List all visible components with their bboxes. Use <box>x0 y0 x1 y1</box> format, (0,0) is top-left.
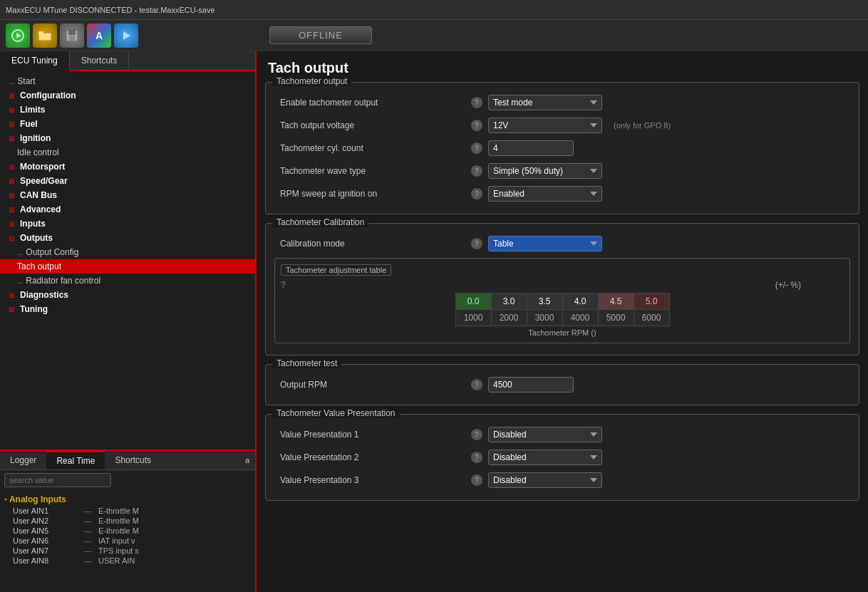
nav-diagnostics-label: Diagnostics <box>20 290 68 300</box>
nav-advanced[interactable]: ⊞ Advanced <box>0 202 255 217</box>
output-rpm-row: Output RPM ? <box>274 373 850 396</box>
tachometer-calibration-body: Calibration mode ? Table Off Manual Tach… <box>265 223 859 355</box>
main-layout: ECU Tuning Shortcuts ... Start ⊞ Configu… <box>0 51 868 592</box>
start-dots: ... <box>9 78 14 85</box>
table-subheader: ? (+/- %) <box>281 280 844 290</box>
enable-tach-row: Enable tachometer output ? Test mode Dis… <box>274 91 850 114</box>
titlebar: MaxxECU MTune DISCONNECTED - testar.Maxx… <box>0 0 868 20</box>
value-pres-1-row: Value Presentation 1 ? Disabled <box>274 423 850 446</box>
nav-output-config[interactable]: ... Output Config <box>0 245 255 259</box>
tachometer-calibration-section: Tachometer Calibration Calibration mode … <box>265 223 859 355</box>
analog-section: - Analog Inputs User AIN1 --- E-throttle… <box>0 490 255 568</box>
nav-motorsport-label: Motorsport <box>20 162 65 172</box>
nav-idle-label: Idle control <box>17 147 59 157</box>
tab-ecu-tuning[interactable]: ECU Tuning <box>0 51 70 71</box>
sidebar-nav: ... Start ⊞ Configuration ⊞ Limits ⊞ Fue… <box>0 71 255 450</box>
table-cell-2[interactable]: 3.5 <box>527 294 562 310</box>
tach-voltage-row: Tach output voltage ? 12V 5V (only for G… <box>274 114 850 137</box>
bottom-tabs: Logger Real Time Shortcuts a <box>0 451 255 470</box>
cyl-count-row: Tachometer cyl. count ? <box>274 137 850 160</box>
tab-logger[interactable]: Logger <box>0 452 46 469</box>
expand-speed-gear: ⊞ <box>9 177 17 185</box>
wave-type-select[interactable]: Simple (50% duty) Square wave <box>488 163 602 179</box>
rpm-val-6: 6000 <box>634 310 669 326</box>
enable-tach-help[interactable]: ? <box>471 97 482 108</box>
search-box <box>0 470 255 490</box>
table-cell-4[interactable]: 4.5 <box>598 294 634 310</box>
ain6-name: User AIN6 <box>13 536 77 545</box>
app-title: MaxxECU MTune DISCONNECTED - testar.Maxx… <box>6 6 215 14</box>
ain5-value: --- <box>77 526 98 535</box>
enable-tach-select[interactable]: Test mode Disabled Enabled <box>488 95 602 110</box>
tachometer-test-body: Output RPM ? <box>265 364 859 405</box>
nav-radiator-fan[interactable]: ... Radiator fan control <box>0 274 255 288</box>
table-cell-5[interactable]: 5.0 <box>634 294 669 310</box>
nav-motorsport[interactable]: ⊞ Motorsport <box>0 160 255 174</box>
cyl-count-help[interactable]: ? <box>471 142 482 154</box>
nav-diagnostics[interactable]: ⊞ Diagnostics <box>0 288 255 302</box>
table-row: 0.0 3.0 3.5 4.0 4.5 5.0 <box>455 294 669 310</box>
output-rpm-input[interactable] <box>488 377 574 393</box>
rpm-sweep-select[interactable]: Enabled Disabled <box>488 186 602 202</box>
tab-realtime[interactable]: Real Time <box>46 451 105 469</box>
nav-ignition-label: Ignition <box>20 133 51 143</box>
value-pres-2-select[interactable]: Disabled <box>488 450 602 465</box>
expand-advanced: ⊞ <box>9 206 17 214</box>
nav-ignition[interactable]: ⊞ Ignition <box>0 131 255 145</box>
sidebar: ECU Tuning Shortcuts ... Start ⊞ Configu… <box>0 51 257 592</box>
nav-tach-output[interactable]: Tach output <box>0 259 255 274</box>
nav-start[interactable]: ... Start <box>0 74 255 88</box>
value-pres-3-help[interactable]: ? <box>471 474 482 486</box>
tach-voltage-help[interactable]: ? <box>471 120 482 131</box>
expand-diagnostics: ⊞ <box>9 291 17 299</box>
nav-tuning[interactable]: ⊞ Tuning <box>0 302 255 316</box>
nav-speed-gear[interactable]: ⊞ Speed/Gear <box>0 174 255 188</box>
table-cell-0[interactable]: 0.0 <box>455 294 491 310</box>
tach-voltage-select[interactable]: 12V 5V <box>488 118 602 133</box>
value-pres-2-help[interactable]: ? <box>471 452 482 463</box>
ain8-name: User AIN8 <box>13 556 77 565</box>
text-edit-button[interactable]: A <box>87 24 111 48</box>
svg-marker-1 <box>16 33 21 38</box>
nav-can-bus[interactable]: ⊞ CAN Bus <box>0 188 255 202</box>
calibration-mode-select[interactable]: Table Off Manual <box>488 236 602 251</box>
svg-rect-3 <box>38 31 43 34</box>
enable-tach-label: Enable tachometer output <box>280 98 465 108</box>
nav-idle-control[interactable]: Idle control <box>0 145 255 160</box>
table-help-icon[interactable]: ? <box>281 280 286 290</box>
table-percent-label: (+/- %) <box>775 280 844 290</box>
output-rpm-help[interactable]: ? <box>471 379 482 390</box>
table-cell-3[interactable]: 4.0 <box>562 294 598 310</box>
table-cell-1[interactable]: 3.0 <box>491 294 527 310</box>
rpm-sweep-label: RPM sweep at ignition on <box>280 189 465 199</box>
nav-fuel[interactable]: ⊞ Fuel <box>0 117 255 131</box>
wave-type-label: Tachometer wave type <box>280 166 465 176</box>
nav-inputs[interactable]: ⊞ Inputs <box>0 217 255 231</box>
nav-configuration[interactable]: ⊞ Configuration <box>0 88 255 103</box>
cyl-count-input[interactable] <box>488 140 574 156</box>
calibration-mode-label: Calibration mode <box>280 239 465 249</box>
value-pres-1-help[interactable]: ? <box>471 429 482 440</box>
value-pres-1-select[interactable]: Disabled <box>488 427 602 442</box>
value-pres-3-select[interactable]: Disabled <box>488 472 602 488</box>
save-button[interactable] <box>60 24 84 48</box>
connect-button[interactable] <box>6 24 30 48</box>
nav-limits[interactable]: ⊞ Limits <box>0 103 255 117</box>
ain2-desc: E-throttle M <box>98 516 139 525</box>
nav-outputs[interactable]: ⊟ Outputs <box>0 231 255 245</box>
search-input[interactable] <box>4 473 111 487</box>
ain6-desc: IAT input v <box>98 536 135 545</box>
list-item: User AIN1 --- E-throttle M <box>4 506 251 516</box>
nav-tach-output-label: Tach output <box>17 261 61 271</box>
tab-shortcuts[interactable]: Shortcuts <box>70 51 130 70</box>
play-button[interactable] <box>114 24 138 48</box>
calibration-mode-help[interactable]: ? <box>471 238 482 249</box>
svg-marker-7 <box>123 31 130 40</box>
tab-shortcuts-bottom[interactable]: Shortcuts <box>105 452 161 469</box>
rpm-sweep-help[interactable]: ? <box>471 188 482 199</box>
open-button[interactable] <box>33 24 57 48</box>
ain7-value: --- <box>77 546 98 555</box>
expand-tuning: ⊞ <box>9 306 17 313</box>
wave-type-help[interactable]: ? <box>471 165 482 177</box>
radiator-fan-dots: ... <box>17 277 23 285</box>
